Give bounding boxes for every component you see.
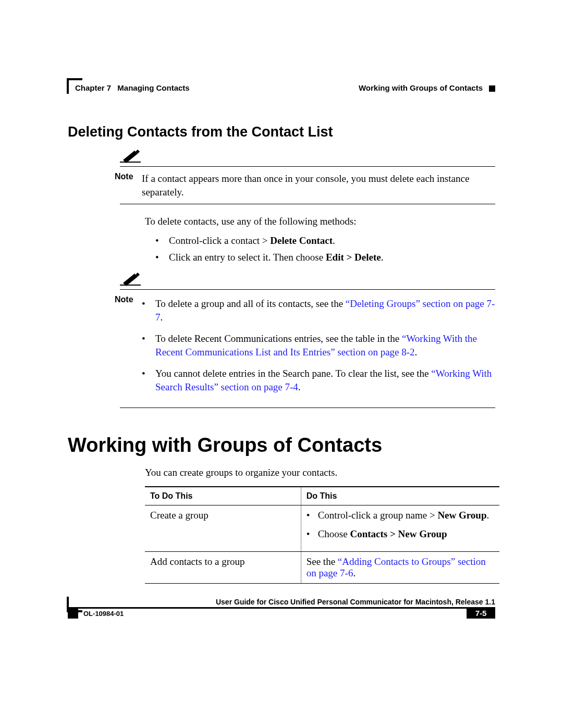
header-section: Working with Groups of Contacts xyxy=(359,83,483,92)
list-item: You cannot delete entries in the Search … xyxy=(142,367,495,393)
list-item: To delete Recent Communications entries,… xyxy=(142,332,495,359)
table-header-todo: To Do This xyxy=(145,487,301,505)
footer-bar-left-icon xyxy=(68,607,78,619)
footer-book-title: User Guide for Cisco Unified Personal Co… xyxy=(68,598,495,606)
cell-add-contacts-steps: See the “Adding Contacts to Groups” sect… xyxy=(301,552,499,584)
list-item: Choose Contacts > New Group xyxy=(307,528,494,540)
svg-marker-4 xyxy=(123,274,138,286)
list-item: To delete a group and all of its contact… xyxy=(142,297,495,324)
delete-intro: To delete contacts, use any of the follo… xyxy=(145,215,495,228)
table-row: Create a group Control-click a group nam… xyxy=(145,505,499,552)
chapter-label: Chapter 7 xyxy=(75,83,111,92)
table-row: Add contacts to a group See the “Adding … xyxy=(145,552,499,584)
pencil-note-icon xyxy=(120,150,141,164)
chapter-title: Managing Contacts xyxy=(117,83,189,92)
page-header: Chapter 7 Managing Contacts Working with… xyxy=(75,83,495,93)
cell-add-contacts: Add contacts to a group xyxy=(145,552,301,584)
list-item: Click an entry to select it. Then choose… xyxy=(155,250,495,265)
svg-marker-1 xyxy=(123,151,138,163)
note-block-2: Note To delete a group and all of its co… xyxy=(115,294,495,402)
pencil-note-icon xyxy=(120,273,141,287)
header-left: Chapter 7 Managing Contacts xyxy=(75,83,190,92)
cell-create-group-steps: Control-click a group name > New Group. … xyxy=(301,505,499,552)
note-label: Note xyxy=(115,294,142,304)
delete-methods-list: Control-click a contact > Delete Contact… xyxy=(155,233,495,265)
groups-table: To Do This Do This Create a group Contro… xyxy=(145,486,499,584)
heading-working-with-groups: Working with Groups of Contacts xyxy=(68,434,495,456)
groups-intro: You can create groups to organize your c… xyxy=(145,466,495,479)
cell-create-group: Create a group xyxy=(145,505,301,552)
header-square-icon xyxy=(489,85,495,92)
list-item: Control-click a group name > New Group. xyxy=(307,510,494,521)
footer-page-number: 7-5 xyxy=(467,607,495,619)
note-block-1: Note If a contact appears more than once… xyxy=(115,171,495,199)
note-label: Note xyxy=(115,171,142,181)
list-item: Control-click a contact > Delete Contact… xyxy=(155,233,495,249)
page-footer: User Guide for Cisco Unified Personal Co… xyxy=(68,598,495,619)
footer-doc-id: OL-10984-01 xyxy=(83,610,124,618)
note-text: If a contact appears more than once in y… xyxy=(142,171,495,199)
table-header-dothis: Do This xyxy=(301,487,499,505)
heading-deleting-contacts: Deleting Contacts from the Contact List xyxy=(68,124,495,140)
